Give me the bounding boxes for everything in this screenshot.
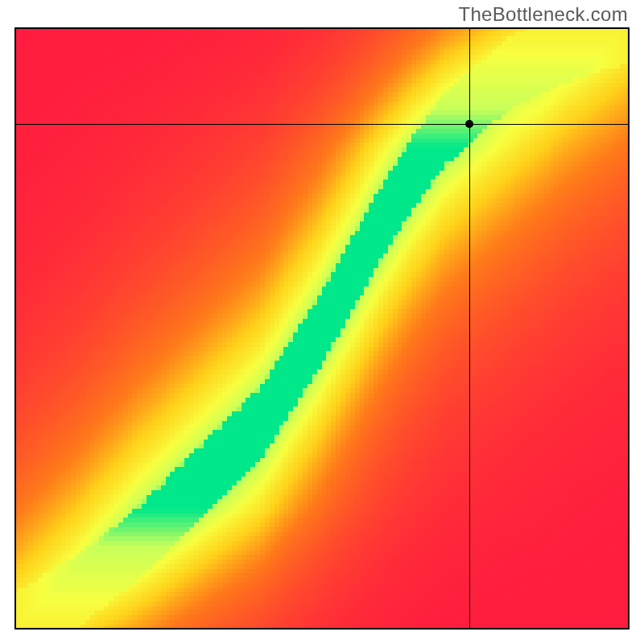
heatmap-canvas [14,27,630,630]
heatmap-plot [14,27,630,630]
watermark-text: TheBottleneck.com [458,3,628,26]
